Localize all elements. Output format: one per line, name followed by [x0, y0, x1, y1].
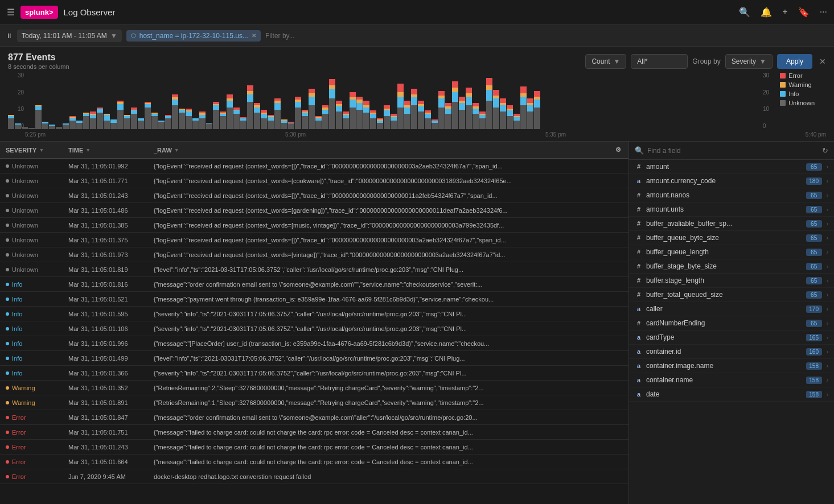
all-input[interactable] [631, 54, 688, 69]
table-row[interactable]: Unknown Mar 31, 11:05:01.819 {"level":"i… [0, 262, 628, 277]
field-item[interactable]: # buffer_total_queued_size 65 › [629, 288, 834, 302]
td-severity: Info [0, 308, 63, 320]
field-type-icon: a [635, 348, 643, 355]
table-row[interactable]: Unknown Mar 31, 11:05:01.771 {"logEvent"… [0, 173, 628, 188]
bar-group [35, 78, 42, 129]
filter-tag-label: host_name = ip-172-32-10-115.us... [139, 32, 248, 40]
field-item[interactable]: a amount.currency_code 180 › [629, 174, 834, 188]
table-row[interactable]: Error Jun 7, 2020 9:45 AM docker-desktop… [0, 469, 628, 484]
add-icon[interactable]: + [782, 7, 787, 18]
field-item[interactable]: a container.name 158 › [629, 373, 834, 387]
table-row[interactable]: Info Mar 31, 11:05:01.106 {"severity":"i… [0, 321, 628, 336]
bar-group [138, 78, 144, 129]
field-item[interactable]: a date 158 › [629, 387, 834, 402]
table-row[interactable]: Info Mar 31, 11:05:01.595 {"severity":"i… [0, 307, 628, 321]
count-button[interactable]: Count ▼ [585, 54, 626, 69]
apply-button[interactable]: Apply [777, 54, 812, 69]
field-search-input[interactable] [647, 147, 819, 155]
table-row[interactable]: Error Mar 31, 11:05:01.664 {"message":"f… [0, 455, 628, 469]
td-raw: docker-desktop redhat.logo.txt conversti… [148, 471, 628, 482]
table-row[interactable]: Info Mar 31, 11:05:01.996 {"message":"[P… [0, 336, 628, 351]
field-item[interactable]: # buffer_queue_byte_size 65 › [629, 231, 834, 245]
td-raw: {"logEvent":"received ad request (contex… [148, 234, 628, 246]
td-time: Mar 31, 11:05:01.595 [63, 308, 148, 320]
filter-tag-close[interactable]: ✕ [252, 32, 256, 39]
refresh-icon[interactable]: ↻ [822, 146, 828, 155]
td-time: Mar 31, 11:05:01.891 [63, 397, 148, 408]
group-by-label: Group by [692, 57, 720, 65]
field-count: 65 [806, 206, 822, 213]
td-severity: Error [0, 441, 63, 453]
th-time[interactable]: TIME ▼ [63, 142, 148, 158]
severity-dot [6, 416, 9, 419]
chart-bars [8, 72, 816, 129]
td-time: Mar 31, 11:05:01.366 [63, 367, 148, 379]
field-item[interactable]: # amount 65 › [629, 160, 834, 174]
td-time: Mar 31, 11:05:01.352 [63, 382, 148, 394]
th-raw[interactable]: _RAW ▼ [148, 142, 608, 158]
table-row[interactable]: Unknown Mar 31, 11:05:01.243 {"logEvent"… [0, 188, 628, 203]
table-row[interactable]: Error Mar 31, 11:05:01.751 {"message":"f… [0, 425, 628, 440]
more-icon[interactable]: ··· [820, 7, 827, 18]
td-time: Mar 31, 11:05:01.973 [63, 249, 148, 261]
th-severity[interactable]: SEVERITY ▼ [0, 142, 63, 158]
field-count: 65 [806, 277, 822, 284]
field-item[interactable]: a container.id 160 › [629, 345, 834, 359]
severity-value: Unknown [12, 237, 38, 243]
bar-group [206, 78, 212, 129]
field-item[interactable]: # buffer_avaliable_buffer_sp... 65 › [629, 217, 834, 231]
bar-group [274, 78, 281, 129]
severity-value: Info [12, 370, 22, 377]
bookmark-icon[interactable]: 🔖 [798, 7, 810, 18]
th-settings[interactable]: ⚙ [608, 142, 628, 158]
field-chevron-icon: › [827, 306, 828, 312]
field-type-icon: # [635, 291, 643, 298]
field-item[interactable]: a container.image.name 158 › [629, 359, 834, 373]
hamburger-icon[interactable]: ☰ [7, 7, 15, 18]
severity-value: Info [12, 296, 22, 303]
close-chart-button[interactable]: ✕ [819, 57, 826, 66]
table-row[interactable]: Warning Mar 31, 11:05:01.352 {"RetriesRe… [0, 381, 628, 395]
field-chevron-icon: › [827, 235, 828, 241]
table-row[interactable]: Unknown Mar 31, 11:05:01.385 {"logEvent"… [0, 218, 628, 233]
field-item[interactable]: a cardType 165 › [629, 331, 834, 345]
time-picker[interactable]: Today, 11:01 AM - 11:05 AM ▼ [17, 30, 122, 42]
sort-icon-time: ▼ [85, 147, 91, 153]
table-row[interactable]: Info Mar 31, 11:05:01.499 {"level":"info… [0, 351, 628, 366]
table-row[interactable]: Info Mar 31, 11:05:01.366 {"severity":"i… [0, 366, 628, 381]
notifications-icon[interactable]: 🔔 [761, 7, 772, 18]
bar-group [438, 78, 445, 129]
time-label-3: 5:35 pm [545, 131, 566, 138]
table-row[interactable]: Unknown Mar 31, 11:05:01.486 {"logEvent"… [0, 203, 628, 218]
field-item[interactable]: # cardNumberEnding 65 › [629, 316, 834, 331]
bar-group [110, 78, 117, 129]
field-name: buffer_queue_length [646, 248, 803, 256]
table-row[interactable]: Unknown Mar 31, 11:05:01.992 {"logEvent"… [0, 159, 628, 173]
pause-icon[interactable]: ⏸ [6, 32, 13, 40]
bar-group [404, 78, 410, 129]
field-item[interactable]: # buffer.stage_length 65 › [629, 274, 834, 288]
filter-input[interactable] [265, 32, 828, 40]
table-row[interactable]: Error Mar 31, 11:05:01.243 {"message":"f… [0, 440, 628, 455]
field-chevron-icon: › [827, 263, 828, 270]
severity-value: Error [12, 473, 26, 480]
splunk-logo[interactable]: splunk> [20, 6, 58, 19]
field-item[interactable]: a caller 170 › [629, 302, 834, 316]
field-count: 65 [806, 234, 822, 242]
table-row[interactable]: Unknown Mar 31, 11:05:01.973 {"logEvent"… [0, 247, 628, 262]
field-item[interactable]: # buffer_stage_byte_size 65 › [629, 259, 834, 274]
table-row[interactable]: Info Mar 31, 11:05:01.816 {"message":"or… [0, 277, 628, 292]
filter-tag[interactable]: ⬡ host_name = ip-172-32-10-115.us... ✕ [126, 30, 261, 42]
nav-icons: 🔍 🔔 + 🔖 ··· [739, 7, 827, 18]
field-item[interactable]: # amount.unts 65 › [629, 203, 834, 217]
field-item[interactable]: # buffer_queue_length 65 › [629, 245, 834, 259]
field-item[interactable]: # amount.nanos 65 › [629, 188, 834, 203]
search-icon[interactable]: 🔍 [739, 7, 750, 18]
severity-select[interactable]: Severity ▼ [725, 54, 773, 69]
table-row[interactable]: Info Mar 31, 11:05:01.521 {"message":"pa… [0, 292, 628, 307]
td-raw: {"severity":"info","ts":"2021-03031T17:0… [148, 323, 628, 334]
table-row[interactable]: Warning Mar 31, 11:05:01.891 {"RetriesRe… [0, 395, 628, 410]
table-row[interactable]: Unknown Mar 31, 11:05:01.375 {"logEvent"… [0, 233, 628, 247]
table-row[interactable]: Error Mar 31, 11:05:01.847 {"message":"o… [0, 410, 628, 425]
chart-y-labels-left: 3020100 [8, 72, 24, 129]
